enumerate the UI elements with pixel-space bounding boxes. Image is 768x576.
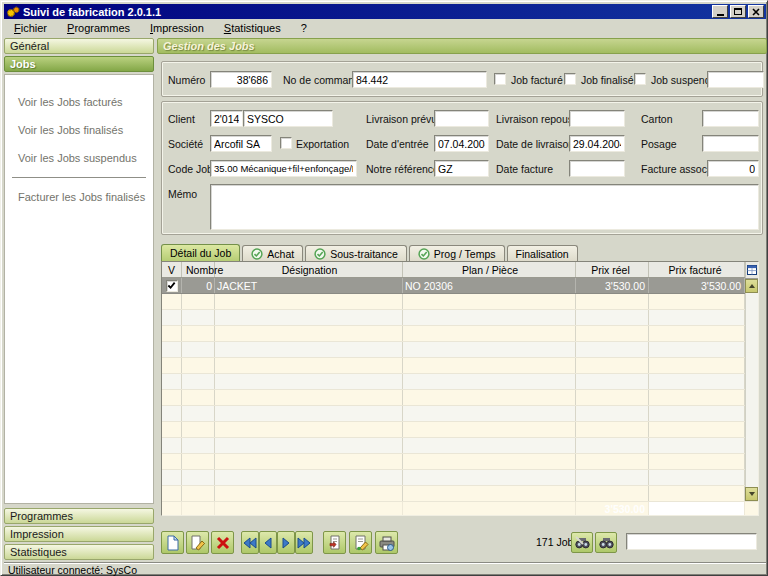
prev-record-button[interactable] [259,531,277,554]
maximize-icon [734,8,742,15]
tab-achat[interactable]: Achat [242,245,303,261]
prev-record-icon [263,537,273,549]
validate-job-button[interactable] [349,531,372,554]
minimize-icon [717,14,724,16]
search-input[interactable] [626,533,757,550]
tab-detail-du-job[interactable]: Détail du Job [161,244,240,261]
table-row-empty[interactable] [162,438,758,454]
grid-header: V Nombre Désignation Plan / Pièce Prix r… [162,262,758,278]
grid-scroll-up-button[interactable] [745,279,758,293]
sidebar-section-statistiques[interactable]: Statistiques [4,544,154,560]
table-row-empty[interactable] [162,470,758,486]
exportation-checkbox[interactable] [280,137,292,149]
grid-scrollbar-track[interactable] [745,293,758,487]
last-record-icon [297,537,311,549]
menubar: Fichier Programmes Impression Statistiqu… [4,20,766,36]
date-livraison-field[interactable] [569,135,625,152]
posage-field[interactable] [702,135,759,152]
codejob-field[interactable] [210,160,357,177]
last-record-button[interactable] [295,531,313,554]
binoculars-icon [599,536,614,549]
numero-field[interactable] [210,71,272,88]
date-entree-field[interactable] [434,135,489,152]
sidebar-item-facturer-jobs-finalises[interactable]: Facturer les Jobs finalisés [5,183,153,211]
table-row-empty[interactable] [162,358,758,374]
sidebar-section-impression[interactable]: Impression [4,526,154,542]
facture-associee-field[interactable] [707,160,759,177]
col-header-v[interactable]: V [162,262,182,277]
numero-label: Numéro [168,74,205,86]
menu-fichier[interactable]: Fichier [4,21,57,35]
table-row-empty[interactable] [162,374,758,390]
menu-help[interactable]: ? [291,21,317,35]
job-finalise-checkbox[interactable] [564,73,576,85]
table-row-empty[interactable] [162,342,758,358]
page-title: Gestion des Jobs [157,38,767,54]
carton-field[interactable] [702,110,759,127]
cell-nombre: 0 [182,278,215,293]
sidebar-item-voir-jobs-factures[interactable]: Voir les Jobs facturés [5,88,153,116]
new-job-button[interactable] [161,531,184,554]
next-record-button[interactable] [277,531,295,554]
new-document-icon [165,535,180,551]
exportation-label: Exportation [296,138,349,150]
col-header-designation[interactable]: Désignation [215,262,403,277]
col-header-nombre[interactable]: Nombre [182,262,215,277]
edit-job-button[interactable] [186,531,209,554]
menu-statistiques[interactable]: Statistiques [214,21,291,35]
print-job-button[interactable] [375,531,398,554]
table-row-selected[interactable]: 0 JACKET NO 20306 3'530.00 3'530.00 [162,278,758,294]
search-button[interactable] [595,532,617,553]
grid-options-button[interactable] [745,262,758,278]
sidebar-item-voir-jobs-finalises[interactable]: Voir les Jobs finalisés [5,116,153,144]
tab-finalisation[interactable]: Finalisation [507,245,578,261]
memo-field[interactable] [210,184,759,230]
table-row-empty[interactable] [162,310,758,326]
notre-reference-field[interactable] [434,160,489,177]
clear-search-button[interactable] [571,532,593,553]
minimize-button[interactable] [712,5,728,18]
job-suspendu-field[interactable] [707,71,764,88]
col-header-plan-piece[interactable]: Plan / Pièce [403,262,576,277]
date-facture-field[interactable] [569,160,625,177]
sidebar-section-general[interactable]: Général [4,38,154,54]
livraison-repoussee-field[interactable] [569,110,625,127]
tab-label: Prog / Temps [434,248,496,260]
table-row-empty[interactable] [162,486,758,502]
table-row-empty[interactable] [162,390,758,406]
sidebar-item-voir-jobs-suspendus[interactable]: Voir les Jobs suspendus [5,144,153,172]
close-button[interactable] [748,5,764,18]
livraison-prevue-field[interactable] [434,110,489,127]
table-row-empty[interactable] [162,406,758,422]
job-facture-checkbox[interactable] [494,73,506,85]
menu-programmes[interactable]: Programmes [57,21,140,35]
grid-scroll-down-button[interactable] [745,487,758,501]
table-row-empty[interactable] [162,422,758,438]
commande-field[interactable] [352,71,487,88]
menu-impression[interactable]: Impression [140,21,214,35]
tab-sous-traitance[interactable]: Sous-traitance [305,245,407,261]
delete-icon [216,536,230,550]
sidebar-section-jobs[interactable]: Jobs [4,56,154,72]
client-name-field[interactable] [243,110,333,127]
row-checkbox[interactable] [166,280,178,292]
date-facture-label: Date facture [496,163,553,175]
table-row-empty[interactable] [162,294,758,310]
posage-label: Posage [641,138,677,150]
tab-prog-temps[interactable]: Prog / Temps [409,245,505,261]
maximize-button[interactable] [730,5,746,18]
job-suspendu-checkbox[interactable] [634,73,646,85]
col-header-prix-reel[interactable]: Prix réel [576,262,649,277]
export-job-button[interactable] [323,531,346,554]
first-record-button[interactable] [241,531,259,554]
client-code-field[interactable] [210,110,243,127]
table-row-empty[interactable] [162,454,758,470]
sidebar-jobs-panel: Voir les Jobs facturés Voir les Jobs fin… [4,74,154,504]
table-row-empty[interactable] [162,326,758,342]
delete-job-button[interactable] [211,531,234,554]
date-entree-label: Date d'entrée [366,138,429,150]
sidebar-section-programmes[interactable]: Programmes [4,508,154,524]
col-header-prix-facture[interactable]: Prix facturé [649,262,745,277]
societe-field[interactable] [210,135,272,152]
app-window: Suivi de fabrication 2.0.1.1 Fichier Pro… [0,0,768,576]
